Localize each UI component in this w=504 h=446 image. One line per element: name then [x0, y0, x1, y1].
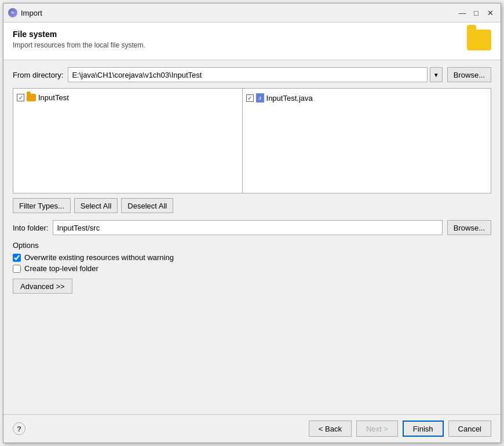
left-panel: InputTest — [13, 89, 243, 193]
from-directory-input[interactable] — [68, 67, 427, 82]
top-level-checkbox-row: Create top-level folder — [13, 264, 491, 273]
file-tree-item[interactable]: InputTest.java — [246, 92, 487, 104]
file-tree-label: InputTest.java — [266, 94, 313, 103]
folder-checkbox[interactable] — [17, 94, 24, 101]
next-button[interactable]: Next > — [356, 421, 398, 437]
cancel-button[interactable]: Cancel — [448, 421, 491, 437]
close-button[interactable]: ✕ — [484, 7, 496, 19]
help-button[interactable]: ? — [13, 422, 25, 435]
header-folder-icon — [467, 30, 491, 54]
filter-types-button[interactable]: Filter Types... — [13, 198, 71, 213]
actions-row: Filter Types... Select All Deselect All — [13, 198, 491, 213]
title-controls: — □ ✕ — [456, 7, 496, 19]
file-panels: InputTest InputTest.java — [13, 88, 491, 193]
right-panel: InputTest.java — [243, 89, 491, 193]
title-bar-left: Import — [8, 8, 42, 17]
from-directory-row: From directory: ▼ Browse... — [13, 67, 491, 82]
from-directory-label: From directory: — [13, 71, 63, 79]
into-folder-input[interactable] — [53, 220, 442, 235]
folder-tree-label: InputTest — [38, 93, 69, 102]
header-text: File system Import resources from the lo… — [13, 30, 145, 49]
overwrite-checkbox[interactable] — [13, 254, 21, 262]
into-folder-row: Into folder: Browse... — [13, 220, 491, 235]
options-title: Options — [13, 241, 491, 250]
combo-dropdown-arrow[interactable]: ▼ — [430, 67, 443, 82]
from-directory-browse-button[interactable]: Browse... — [447, 67, 491, 82]
import-dialog: Import — □ ✕ File system Import resource… — [3, 3, 501, 443]
footer: ? < Back Next > Finish Cancel — [3, 414, 501, 443]
file-checkbox[interactable] — [246, 94, 254, 102]
maximize-button[interactable]: □ — [470, 7, 482, 19]
top-level-checkbox[interactable] — [13, 265, 21, 273]
options-section: Options Overwrite existing resources wit… — [13, 241, 491, 294]
from-directory-input-wrap: ▼ — [68, 67, 442, 82]
header-title: File system — [13, 30, 145, 39]
into-folder-label: Into folder: — [13, 224, 48, 232]
window-title: Import — [21, 9, 42, 17]
java-file-icon — [256, 93, 264, 103]
advanced-button[interactable]: Advanced >> — [13, 279, 72, 294]
overwrite-label: Overwrite existing resources without war… — [24, 253, 174, 262]
back-button[interactable]: < Back — [309, 421, 352, 437]
title-bar: Import — □ ✕ — [3, 3, 501, 23]
folder-tree-item[interactable]: InputTest — [17, 92, 239, 103]
select-all-button[interactable]: Select All — [74, 198, 118, 213]
into-folder-browse-button[interactable]: Browse... — [447, 220, 491, 235]
header-subtitle: Import resources from the local file sys… — [13, 41, 145, 49]
finish-button[interactable]: Finish — [403, 421, 444, 437]
folder-icon-small — [27, 94, 36, 101]
header-section: File system Import resources from the lo… — [3, 23, 501, 60]
top-level-label: Create top-level folder — [24, 264, 98, 273]
main-body: From directory: ▼ Browse... InputTest — [3, 60, 501, 414]
minimize-button[interactable]: — — [456, 7, 468, 19]
app-icon — [8, 8, 17, 17]
deselect-all-button[interactable]: Deselect All — [121, 198, 173, 213]
folder-graphic — [467, 30, 491, 50]
overwrite-checkbox-row: Overwrite existing resources without war… — [13, 253, 491, 262]
